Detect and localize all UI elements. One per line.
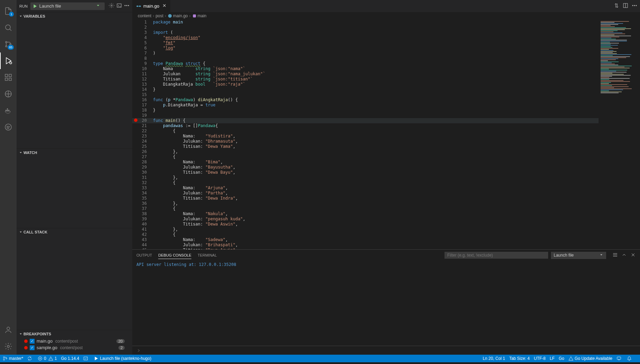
section-breakpoints[interactable]: BREAKPOINTS [17, 330, 132, 338]
status-problems[interactable]: 0 1 [38, 356, 57, 361]
code-line[interactable]: 6 "log" [132, 46, 599, 51]
activity-extensions[interactable] [0, 69, 17, 86]
code-line[interactable]: 17 p.DiangkatRaja = true [132, 103, 599, 108]
more-tab-icon[interactable] [632, 3, 637, 9]
activity-run[interactable] [0, 52, 17, 69]
code-line[interactable]: 41 }, [132, 227, 599, 232]
code-line[interactable]: 20func main() { [132, 118, 599, 123]
section-watch[interactable]: WATCH [17, 149, 132, 156]
activity-search[interactable] [0, 19, 17, 36]
code-line[interactable]: 33 Nama: "Arjuna", [132, 185, 599, 191]
status-go-version[interactable]: Go 1.14.4 [61, 356, 79, 361]
compare-icon[interactable] [614, 3, 619, 9]
checkbox-icon[interactable]: ✓ [30, 339, 35, 344]
code-line[interactable]: 22 { [132, 128, 599, 134]
code-line[interactable]: 9type Pandawa struct { [132, 61, 599, 66]
code-line[interactable]: 42 { [132, 232, 599, 237]
code-line[interactable]: 13 DiangkatRaja bool `json:"raja"` [132, 82, 599, 87]
more-icon[interactable] [124, 3, 130, 9]
run-config-select[interactable]: Launch file [30, 2, 105, 10]
code-line[interactable]: 18} [132, 108, 599, 113]
gear-icon[interactable] [109, 3, 114, 9]
filter-input[interactable] [445, 252, 548, 259]
code-line[interactable]: 21 pandawas := []Pandawa{ [132, 123, 599, 128]
code-line[interactable]: 4 "encoding/json" [132, 35, 599, 40]
code-line[interactable]: 15 [132, 92, 599, 97]
status-eol[interactable]: LF [550, 356, 555, 361]
code-line[interactable]: 27 { [132, 154, 599, 160]
code-line[interactable]: 12 Titisan string `json:"titisan"` [132, 77, 599, 82]
code-line[interactable]: 39 Julukan: "pengasuh kuda", [132, 217, 599, 222]
code-line[interactable]: 24 Julukan: "Dhramasuta", [132, 139, 599, 144]
status-feedback[interactable] [617, 356, 623, 361]
code-line[interactable]: 45 Titisan: "Dewa Aswin", [132, 248, 599, 249]
status-cursor[interactable]: Ln 20, Col 1 [483, 356, 505, 361]
debug-target-select[interactable]: Launch file [551, 252, 606, 259]
activity-remote[interactable] [0, 86, 17, 102]
editor[interactable]: 1package main23import (4 "encoding/json"… [132, 20, 640, 249]
status-debug-config[interactable]: Launch file (santekno-hugo) [94, 356, 151, 361]
status-encoding[interactable]: UTF-8 [534, 356, 546, 361]
code-line[interactable]: 14} [132, 87, 599, 92]
panel-tab-terminal[interactable]: TERMINAL [198, 252, 217, 259]
code-line[interactable]: 34 Julukan: "Partha", [132, 191, 599, 196]
code-line[interactable]: 5 "fmt" [132, 40, 599, 46]
close-icon[interactable] [162, 3, 167, 9]
code-line[interactable]: 16func (p *Pandawa) diAngkatRaja() { [132, 97, 599, 103]
code-line[interactable]: 7) [132, 51, 599, 56]
code-line[interactable]: 31 }, [132, 175, 599, 180]
code-line[interactable]: 43 Nama: "Sadewa", [132, 237, 599, 242]
status-sync[interactable] [27, 356, 34, 361]
code-line[interactable]: 36 }, [132, 201, 599, 206]
status-update[interactable]: Go Update Available [569, 356, 612, 361]
code-line[interactable]: 44 Julukan: "Brihaspati", [132, 242, 599, 248]
code-line[interactable]: 26 }, [132, 149, 599, 154]
svg-point-30 [6, 358, 7, 359]
code-line[interactable]: 32 { [132, 180, 599, 185]
breakpoint-item[interactable]: ✓ main.go content/post 20 [17, 338, 132, 344]
code-line[interactable]: 3import ( [132, 30, 599, 35]
minimap[interactable] [599, 20, 640, 249]
panel-tab-debug-console[interactable]: DEBUG CONSOLE [158, 252, 191, 259]
breakpoint-icon[interactable] [134, 118, 137, 122]
status-tabsize[interactable]: Tab Size: 4 [509, 356, 529, 361]
code-line[interactable]: 11 Julukan string `json:"nama_julukan"` [132, 71, 599, 77]
code-line[interactable]: 35 Titisan: "Dewa Indra", [132, 196, 599, 201]
code-line[interactable]: 25 Titisan: "Dewa Yama", [132, 144, 599, 149]
activity-explorer[interactable]: 1 [0, 3, 17, 19]
activity-docker[interactable] [0, 102, 17, 119]
code-line[interactable]: 19 [132, 113, 599, 118]
chevron-up-icon[interactable] [621, 252, 627, 259]
code-line[interactable]: 37 { [132, 206, 599, 211]
code-line[interactable]: 10 Nama string `json:"nama"` [132, 66, 599, 71]
activity-scm[interactable]: 85 [0, 36, 17, 52]
status-branch[interactable]: master* [3, 356, 23, 361]
clear-icon[interactable] [612, 252, 618, 259]
close-panel-icon[interactable] [630, 252, 636, 259]
status-analysis[interactable] [83, 356, 89, 361]
code-line[interactable]: 28 Nama: "Bima", [132, 160, 599, 165]
code-line[interactable]: 40 Titisan: "Dewa Aswin", [132, 222, 599, 227]
breakpoint-item[interactable]: ✓ sample.go content/post 2 [17, 344, 132, 351]
debug-input[interactable] [132, 346, 640, 355]
status-bell[interactable] [627, 356, 633, 361]
code-line[interactable]: 29 Julukan: "Bayusutha", [132, 165, 599, 170]
breadcrumb[interactable]: content› post› main.go› main [132, 12, 640, 20]
code-line[interactable]: 38 Nama: "Nakula", [132, 211, 599, 217]
status-lang[interactable]: Go [559, 356, 564, 361]
activity-settings[interactable] [0, 338, 17, 355]
section-callstack[interactable]: CALL STACK [17, 228, 132, 236]
activity-account[interactable] [0, 322, 17, 338]
code-line[interactable]: 2 [132, 25, 599, 30]
code-line[interactable]: 23 Nama: "Yudistira", [132, 134, 599, 139]
split-icon[interactable] [623, 3, 628, 9]
section-variables[interactable]: VARIABLES [17, 12, 132, 20]
activity-spotify[interactable] [0, 119, 17, 135]
code-line[interactable]: 8 [132, 56, 599, 61]
code-line[interactable]: 1package main [132, 20, 599, 25]
code-line[interactable]: 30 Titisan: "Dewa Bayu", [132, 170, 599, 175]
checkbox-icon[interactable]: ✓ [30, 345, 35, 350]
panel-tab-output[interactable]: OUTPUT [136, 252, 152, 259]
tab-main-go[interactable]: main.go [132, 0, 170, 12]
debug-console-icon[interactable] [116, 3, 122, 9]
